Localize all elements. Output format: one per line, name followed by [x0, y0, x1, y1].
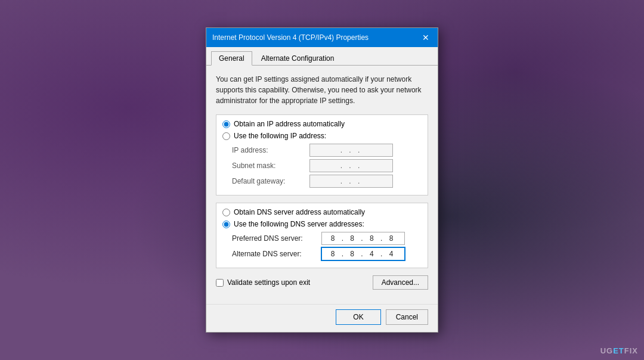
subnet-mask-input[interactable]	[309, 159, 393, 172]
subnet-mask-field-row: Subnet mask:	[222, 159, 422, 172]
dns-section: Obtain DNS server address automatically …	[216, 203, 428, 268]
alternate-dns-label: Alternate DNS server:	[232, 250, 321, 258]
radio-obtain-dns[interactable]	[222, 209, 230, 216]
tab-bar: General Alternate Configuration	[206, 47, 438, 66]
tab-general[interactable]: General	[211, 51, 252, 66]
preferred-dns-label: Preferred DNS server:	[232, 234, 321, 243]
radio-obtain-ip[interactable]	[222, 120, 230, 128]
bottom-row: Validate settings upon exit Advanced...	[216, 275, 428, 290]
validate-checkbox-row: Validate settings upon exit	[216, 278, 310, 287]
radio-obtain-dns-row: Obtain DNS server address automatically	[222, 208, 422, 216]
radio-obtain-ip-label[interactable]: Obtain an IP address automatically	[234, 120, 345, 128]
ip-address-label: IP address:	[232, 146, 309, 154]
ip-address-input[interactable]	[309, 144, 393, 157]
preferred-dns-input[interactable]	[321, 232, 405, 245]
advanced-button[interactable]: Advanced...	[373, 275, 428, 290]
watermark: UGETFIX	[600, 346, 638, 355]
radio-manual-dns-label[interactable]: Use the following DNS server addresses:	[234, 220, 364, 228]
default-gateway-field-row: Default gateway:	[222, 175, 422, 188]
radio-obtain-dns-label[interactable]: Obtain DNS server address automatically	[234, 208, 365, 216]
dialog-window: Internet Protocol Version 4 (TCP/IPv4) P…	[206, 27, 438, 333]
radio-manual-ip[interactable]	[222, 132, 230, 140]
radio-manual-ip-label[interactable]: Use the following IP address:	[234, 132, 326, 140]
subnet-mask-label: Subnet mask:	[232, 162, 309, 170]
alternate-dns-input[interactable]	[321, 247, 405, 260]
validate-checkbox-label[interactable]: Validate settings upon exit	[227, 278, 310, 287]
tab-alternate-configuration[interactable]: Alternate Configuration	[253, 51, 342, 66]
validate-checkbox[interactable]	[216, 279, 224, 287]
title-bar: Internet Protocol Version 4 (TCP/IPv4) P…	[206, 28, 438, 47]
dialog-title: Internet Protocol Version 4 (TCP/IPv4) P…	[212, 33, 369, 42]
alternate-dns-field-row: Alternate DNS server:	[222, 247, 422, 260]
default-gateway-label: Default gateway:	[232, 177, 309, 185]
preferred-dns-field-row: Preferred DNS server:	[222, 232, 422, 245]
radio-manual-dns[interactable]	[222, 221, 230, 228]
ok-button[interactable]: OK	[336, 309, 380, 325]
description-text: You can get IP settings assigned automat…	[216, 74, 428, 106]
default-gateway-input[interactable]	[309, 175, 393, 188]
dialog-content: You can get IP settings assigned automat…	[206, 66, 438, 304]
cancel-button[interactable]: Cancel	[386, 309, 428, 325]
ip-address-section: Obtain an IP address automatically Use t…	[216, 114, 428, 195]
radio-manual-dns-row: Use the following DNS server addresses:	[222, 220, 422, 228]
ip-address-field-row: IP address:	[222, 144, 422, 157]
dialog-footer: OK Cancel	[206, 304, 438, 332]
close-button[interactable]: ✕	[420, 32, 432, 44]
radio-obtain-ip-row: Obtain an IP address automatically	[222, 120, 422, 128]
radio-manual-ip-row: Use the following IP address:	[222, 132, 422, 140]
